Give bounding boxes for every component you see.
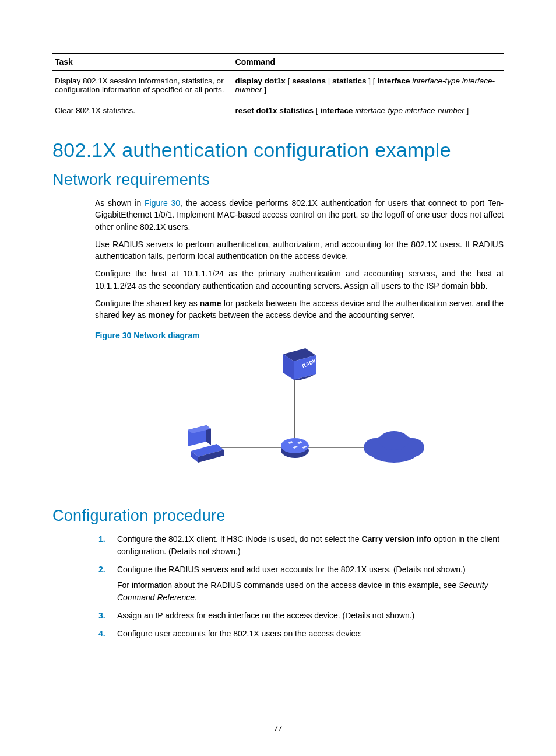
diagram-svg: RADIUS: [142, 344, 457, 489]
heading-network-requirements: Network requirements: [52, 171, 504, 189]
task-cell: Clear 802.1X statistics.: [52, 100, 233, 121]
access-device-icon: [281, 438, 309, 458]
table-row: Clear 802.1X statistics. reset dot1x sta…: [52, 100, 504, 121]
th-command: Command: [233, 53, 504, 71]
radius-server-icon: RADIUS: [283, 348, 322, 380]
task-cell: Display 802.1X session information, stat…: [52, 71, 233, 100]
step-item: Assign an IP address for each interface …: [111, 610, 504, 622]
network-diagram: RADIUS: [142, 344, 457, 489]
procedure-steps: Configure the 802.1X client. If H3C iNod…: [95, 533, 504, 640]
cloud-icon: [364, 431, 424, 463]
paragraph: Configure the host at 10.1.1.1/24 as the…: [95, 268, 504, 292]
paragraph: Configure the shared key as name for pac…: [95, 298, 504, 321]
command-cell: reset dot1x statistics [ interface inter…: [233, 100, 504, 121]
table-row: Display 802.1X session information, stat…: [52, 71, 504, 100]
command-cell: display dot1x [ sessions | statistics ] …: [233, 71, 504, 100]
page-number: 77: [0, 724, 556, 733]
svg-point-18: [379, 431, 409, 450]
host-icon: [188, 425, 224, 463]
step-item: Configure the RADIUS servers and add use…: [111, 564, 504, 604]
command-table: Task Command Display 802.1X session info…: [52, 52, 504, 121]
heading-main: 802.1X authentication configuration exam…: [52, 139, 504, 162]
paragraph: Use RADIUS servers to perform authentica…: [95, 239, 504, 262]
figure-caption: Figure 30 Network diagram: [95, 331, 504, 340]
figure-link[interactable]: Figure 30: [145, 198, 180, 208]
paragraph: As shown in Figure 30, the access device…: [95, 197, 504, 233]
step-item: Configure the 802.1X client. If H3C iNod…: [111, 533, 504, 558]
step-item: Configure user accounts for the 802.1X u…: [111, 628, 504, 640]
heading-configuration-procedure: Configuration procedure: [52, 507, 504, 525]
th-task: Task: [52, 53, 233, 71]
svg-point-14: [281, 438, 309, 453]
